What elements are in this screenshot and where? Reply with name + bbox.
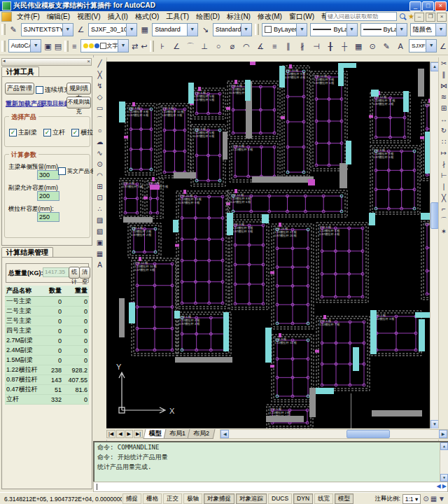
ordinate-icon[interactable]: ⊥ <box>198 40 211 52</box>
param-input[interactable] <box>37 212 59 222</box>
break-icon[interactable]: ╳ <box>440 192 448 203</box>
extend-icon[interactable]: ⊢ <box>440 170 448 181</box>
lineweight-combo[interactable]: ByLayer▼ <box>360 23 407 36</box>
make-layer-current-icon[interactable]: ⇄ <box>131 40 139 52</box>
status-toggle-线宽[interactable]: 线宽 <box>314 493 333 504</box>
offset-icon[interactable]: ≋ <box>440 92 448 102</box>
mtext-icon[interactable]: A <box>94 260 105 270</box>
product-manage-button[interactable]: 产品管理 <box>5 83 34 94</box>
menu-item[interactable]: 文件(F) <box>13 11 43 22</box>
reload-products-link[interactable]: 重新加载产品 <box>6 99 43 108</box>
table-row[interactable]: 四号主梁00 <box>5 326 89 336</box>
command-input-arrows[interactable]: ◀ ▶ <box>436 483 447 489</box>
ellipse-icon[interactable]: ⊙ <box>94 159 105 169</box>
toolbar-grip[interactable] <box>1 24 6 35</box>
dim-style-combo[interactable]: SJXF_30_100▼ <box>88 23 137 36</box>
status-toggle-栅格[interactable]: 栅格 <box>143 493 162 504</box>
toolbar-grip[interactable] <box>64 41 69 52</box>
polyline-icon[interactable]: ↯ <box>94 80 105 91</box>
favorites-star-icon[interactable]: ★ <box>408 13 414 20</box>
copy-icon[interactable]: ∥ <box>440 69 448 80</box>
help-search-input[interactable] <box>326 12 397 21</box>
color-combo[interactable]: ByLayer▼ <box>262 23 307 36</box>
clear-button[interactable]: 清空 <box>79 267 90 279</box>
radius-icon[interactable]: ○ <box>212 40 225 52</box>
mleader-style-combo[interactable]: Standard▼ <box>213 23 252 36</box>
array-icon[interactable]: ⊞ <box>440 103 448 113</box>
make-block-icon[interactable]: ⊡ <box>94 192 105 203</box>
region-icon[interactable]: ▣ <box>94 237 105 248</box>
toolbar-unlock-icon[interactable]: ▼ <box>438 495 445 503</box>
tab-calc-tools[interactable]: 计算工具 <box>1 66 39 77</box>
table-icon[interactable]: ▦ <box>94 248 105 259</box>
status-toggle-对象捕捉[interactable]: 对象捕捉 <box>204 493 234 504</box>
break-point-icon[interactable]: ∣ <box>440 181 448 192</box>
product-option-checkbox[interactable]: ✓主副梁 <box>9 128 37 137</box>
toolbar-grip[interactable] <box>150 41 154 52</box>
status-toggle-正交[interactable]: 正交 <box>163 493 182 504</box>
status-toggle-捕捉[interactable]: 捕捉 <box>122 493 141 504</box>
text-style-icon[interactable]: ✎ <box>8 23 18 36</box>
menu-item[interactable]: 修改(M) <box>254 11 286 22</box>
erase-icon[interactable]: ✂ <box>440 58 448 69</box>
tolerance-icon[interactable]: ┼ <box>338 40 351 52</box>
ellipse-arc-icon[interactable]: ◠ <box>94 170 105 181</box>
maximize-button[interactable]: □ <box>422 1 434 11</box>
move-icon[interactable]: ↔ <box>440 114 448 125</box>
menu-item[interactable]: 工具(T) <box>162 11 192 22</box>
polygon-icon[interactable]: ◇ <box>94 92 105 102</box>
last-tab-icon[interactable]: ▶| <box>134 430 143 438</box>
status-toggle-对象追踪[interactable]: 对象追踪 <box>236 493 267 504</box>
table-row[interactable]: 2.7M副梁00 <box>5 336 89 346</box>
table-style-icon[interactable]: ▦ <box>139 23 150 36</box>
workspace-combo[interactable]: AutoCAD 经典▼ <box>8 39 42 52</box>
canvas-hscrollbar[interactable]: ◀ ▶ <box>220 429 448 439</box>
arc-icon[interactable]: ⌒ <box>94 114 105 125</box>
revcloud-icon[interactable]: ☁ <box>94 136 105 147</box>
dim-break-icon[interactable]: ╂ <box>324 40 337 52</box>
annotation-scale-combo[interactable]: 1:1 ▾ <box>402 494 421 504</box>
status-toggle-DUCS[interactable]: DUCS <box>268 493 292 504</box>
doc-restore-button[interactable]: ❐ <box>426 13 435 22</box>
text-style-combo[interactable]: SJNTEXTSTYLE▼ <box>21 23 74 36</box>
scroll-right-icon[interactable]: ▶ <box>439 430 447 438</box>
next-tab-icon[interactable]: ▶ <box>125 430 133 438</box>
layout-tab-布局2[interactable]: 布局2 <box>188 429 216 439</box>
table-row[interactable]: 1.5M副梁00 <box>5 356 89 365</box>
fillet-icon[interactable]: ⌒ <box>440 215 448 225</box>
trim-icon[interactable]: ∤ <box>440 159 448 169</box>
table-row[interactable]: 1.22横拉杆238928.2 <box>5 365 89 375</box>
line-icon[interactable]: ╱ <box>94 58 105 69</box>
hscroll-thumb[interactable] <box>346 430 390 438</box>
jogged-icon[interactable]: ◠ <box>240 40 253 52</box>
aligned-dim-icon[interactable]: ∠ <box>170 40 183 52</box>
annotation-visibility-icon[interactable]: ⊙ <box>423 495 428 503</box>
explode-icon[interactable]: ✶ <box>440 226 448 237</box>
dim-update-icon[interactable]: ∠ <box>439 40 447 52</box>
menu-item[interactable]: 绘图(D) <box>192 11 223 22</box>
minimize-button[interactable]: _ <box>410 1 421 11</box>
inspect-icon[interactable]: ⊙ <box>366 40 379 52</box>
palette-collapse-icon[interactable]: ◂ <box>3 58 6 64</box>
dim-style-combo-2[interactable]: SJXF_30_100▼ <box>409 39 437 52</box>
construction-line-icon[interactable]: ╳ <box>94 69 105 80</box>
command-history[interactable]: 命令: COMMANDLINE命令: 开始统计产品用量统计产品用量完成. ▲ ▼ <box>93 441 448 483</box>
dim-style-icon[interactable]: ∠ <box>76 23 86 36</box>
status-toggle-DYN[interactable]: DYN <box>293 493 313 504</box>
hatch-icon[interactable]: ▨ <box>94 215 105 225</box>
scroll-left-icon[interactable]: ◀ <box>220 430 229 438</box>
angular-icon[interactable]: ∡ <box>254 40 267 52</box>
prev-tab-icon[interactable]: ◀ <box>116 430 124 438</box>
mleader-style-icon[interactable]: ↘ <box>200 23 211 36</box>
palette-close-icon[interactable]: × <box>87 58 90 64</box>
toolbar-grip[interactable] <box>255 24 259 35</box>
palette-header[interactable]: ◂ × <box>1 58 92 66</box>
quick-dim-icon[interactable]: ≡ <box>268 40 281 52</box>
table-row[interactable]: 0.47横拉杆5181.6 <box>5 385 89 395</box>
product-option-checkbox[interactable]: ✓立杆 <box>43 128 65 137</box>
insert-block-icon[interactable]: ⊞ <box>94 181 105 192</box>
menu-item[interactable]: 格式(O) <box>132 11 162 22</box>
arc-length-icon[interactable]: ⌒ <box>184 40 197 52</box>
layer-manager-icon[interactable]: ≡ <box>71 40 78 52</box>
menu-item[interactable]: 窗口(W) <box>286 11 318 22</box>
